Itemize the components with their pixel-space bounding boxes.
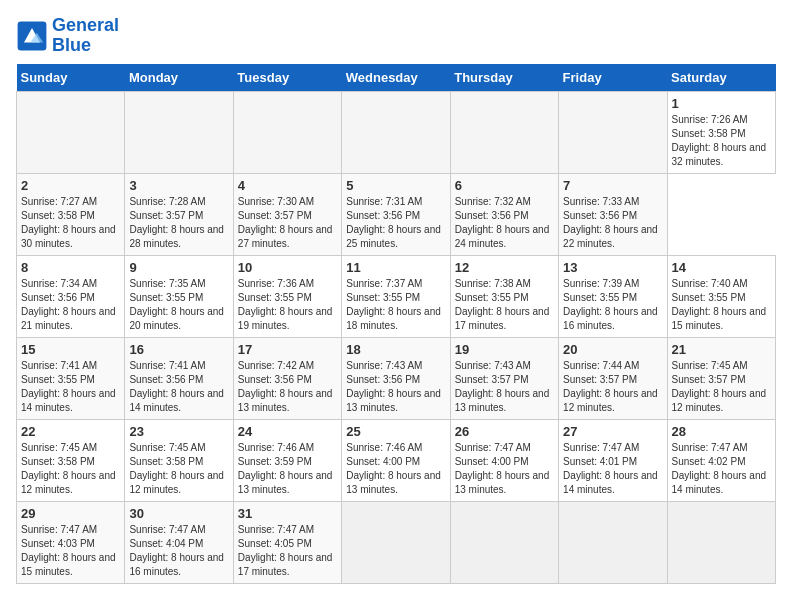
calendar-week-row: 22Sunrise: 7:45 AMSunset: 3:58 PMDayligh… xyxy=(17,419,776,501)
calendar-day-cell: 6Sunrise: 7:32 AMSunset: 3:56 PMDaylight… xyxy=(450,173,558,255)
calendar-body: 1Sunrise: 7:26 AMSunset: 3:58 PMDaylight… xyxy=(17,91,776,583)
calendar-day-cell: 19Sunrise: 7:43 AMSunset: 3:57 PMDayligh… xyxy=(450,337,558,419)
calendar-day-cell: 5Sunrise: 7:31 AMSunset: 3:56 PMDaylight… xyxy=(342,173,450,255)
logo: General Blue xyxy=(16,16,119,56)
calendar-day-cell: 14Sunrise: 7:40 AMSunset: 3:55 PMDayligh… xyxy=(667,255,775,337)
calendar-day-cell: 31Sunrise: 7:47 AMSunset: 4:05 PMDayligh… xyxy=(233,501,341,583)
calendar-empty-cell xyxy=(17,91,125,173)
calendar-day-header: Tuesday xyxy=(233,64,341,92)
calendar-day-cell: 10Sunrise: 7:36 AMSunset: 3:55 PMDayligh… xyxy=(233,255,341,337)
calendar-day-header: Monday xyxy=(125,64,233,92)
calendar-empty-cell xyxy=(559,501,667,583)
calendar-week-row: 15Sunrise: 7:41 AMSunset: 3:55 PMDayligh… xyxy=(17,337,776,419)
calendar-day-cell: 17Sunrise: 7:42 AMSunset: 3:56 PMDayligh… xyxy=(233,337,341,419)
calendar-week-row: 29Sunrise: 7:47 AMSunset: 4:03 PMDayligh… xyxy=(17,501,776,583)
calendar-day-header: Friday xyxy=(559,64,667,92)
calendar-empty-cell xyxy=(233,91,341,173)
calendar-empty-cell xyxy=(342,501,450,583)
calendar-day-cell: 20Sunrise: 7:44 AMSunset: 3:57 PMDayligh… xyxy=(559,337,667,419)
calendar-day-header: Thursday xyxy=(450,64,558,92)
calendar-day-header: Saturday xyxy=(667,64,775,92)
calendar-day-cell: 4Sunrise: 7:30 AMSunset: 3:57 PMDaylight… xyxy=(233,173,341,255)
calendar-day-cell: 2Sunrise: 7:27 AMSunset: 3:58 PMDaylight… xyxy=(17,173,125,255)
logo-icon xyxy=(16,20,48,52)
calendar-day-cell: 11Sunrise: 7:37 AMSunset: 3:55 PMDayligh… xyxy=(342,255,450,337)
page-header: General Blue xyxy=(16,16,776,56)
calendar-day-cell: 7Sunrise: 7:33 AMSunset: 3:56 PMDaylight… xyxy=(559,173,667,255)
calendar-day-cell: 23Sunrise: 7:45 AMSunset: 3:58 PMDayligh… xyxy=(125,419,233,501)
calendar-day-cell: 9Sunrise: 7:35 AMSunset: 3:55 PMDaylight… xyxy=(125,255,233,337)
calendar-empty-cell xyxy=(450,91,558,173)
calendar-day-cell: 12Sunrise: 7:38 AMSunset: 3:55 PMDayligh… xyxy=(450,255,558,337)
calendar-day-cell: 15Sunrise: 7:41 AMSunset: 3:55 PMDayligh… xyxy=(17,337,125,419)
calendar-day-header: Sunday xyxy=(17,64,125,92)
calendar-empty-cell xyxy=(342,91,450,173)
logo-text: General Blue xyxy=(52,16,119,56)
calendar-empty-cell xyxy=(559,91,667,173)
calendar-day-cell: 1Sunrise: 7:26 AMSunset: 3:58 PMDaylight… xyxy=(667,91,775,173)
calendar-day-cell: 16Sunrise: 7:41 AMSunset: 3:56 PMDayligh… xyxy=(125,337,233,419)
calendar-empty-cell xyxy=(667,501,775,583)
calendar-day-header: Wednesday xyxy=(342,64,450,92)
calendar-day-cell: 28Sunrise: 7:47 AMSunset: 4:02 PMDayligh… xyxy=(667,419,775,501)
calendar-empty-cell xyxy=(125,91,233,173)
calendar-day-cell: 8Sunrise: 7:34 AMSunset: 3:56 PMDaylight… xyxy=(17,255,125,337)
calendar-week-row: 1Sunrise: 7:26 AMSunset: 3:58 PMDaylight… xyxy=(17,91,776,173)
calendar-day-cell: 22Sunrise: 7:45 AMSunset: 3:58 PMDayligh… xyxy=(17,419,125,501)
calendar-week-row: 8Sunrise: 7:34 AMSunset: 3:56 PMDaylight… xyxy=(17,255,776,337)
calendar-day-cell: 25Sunrise: 7:46 AMSunset: 4:00 PMDayligh… xyxy=(342,419,450,501)
calendar-day-cell: 30Sunrise: 7:47 AMSunset: 4:04 PMDayligh… xyxy=(125,501,233,583)
calendar-day-cell: 13Sunrise: 7:39 AMSunset: 3:55 PMDayligh… xyxy=(559,255,667,337)
calendar-day-cell: 21Sunrise: 7:45 AMSunset: 3:57 PMDayligh… xyxy=(667,337,775,419)
calendar-empty-cell xyxy=(450,501,558,583)
calendar-day-cell: 26Sunrise: 7:47 AMSunset: 4:00 PMDayligh… xyxy=(450,419,558,501)
calendar-day-cell: 18Sunrise: 7:43 AMSunset: 3:56 PMDayligh… xyxy=(342,337,450,419)
calendar-day-cell: 3Sunrise: 7:28 AMSunset: 3:57 PMDaylight… xyxy=(125,173,233,255)
calendar-week-row: 2Sunrise: 7:27 AMSunset: 3:58 PMDaylight… xyxy=(17,173,776,255)
calendar-table: SundayMondayTuesdayWednesdayThursdayFrid… xyxy=(16,64,776,584)
calendar-day-cell: 27Sunrise: 7:47 AMSunset: 4:01 PMDayligh… xyxy=(559,419,667,501)
calendar-day-cell: 29Sunrise: 7:47 AMSunset: 4:03 PMDayligh… xyxy=(17,501,125,583)
calendar-header-row: SundayMondayTuesdayWednesdayThursdayFrid… xyxy=(17,64,776,92)
calendar-day-cell: 24Sunrise: 7:46 AMSunset: 3:59 PMDayligh… xyxy=(233,419,341,501)
